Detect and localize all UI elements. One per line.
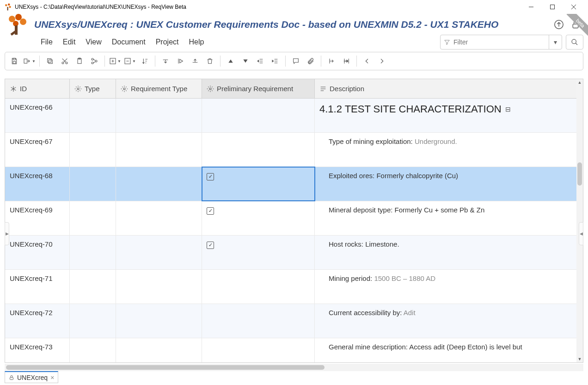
cell-id[interactable]: UNEXcreq-68 <box>5 167 70 201</box>
triangle-up-icon[interactable] <box>224 55 237 68</box>
cell-description[interactable]: General mine description: Access adit (D… <box>315 338 583 362</box>
menu-edit[interactable]: Edit <box>63 38 76 46</box>
table-row[interactable]: UNEXcreq-67Type of mining exploitation: … <box>5 133 583 167</box>
nav-back-icon[interactable] <box>361 55 374 68</box>
delete-icon[interactable] <box>203 55 216 68</box>
cell-prelim[interactable] <box>202 270 315 304</box>
close-button[interactable] <box>563 0 584 14</box>
triangle-down-icon[interactable] <box>239 55 252 68</box>
cell-description[interactable]: 4.1.2 TEST SITE CHARACTERIZATION⊟ <box>315 99 583 132</box>
table-row[interactable]: UNEXcreq-69Mineral deposit type: Formerl… <box>5 201 583 236</box>
filter-dropdown[interactable]: ▾ <box>549 35 562 49</box>
indent-icon[interactable] <box>269 55 282 68</box>
cell-id[interactable]: UNEXcreq-71 <box>5 270 70 304</box>
table-row[interactable]: UNEXcreq-72Current accessibility by: Adi… <box>5 304 583 338</box>
column-id[interactable]: ID <box>5 79 70 98</box>
cell-description[interactable]: Type of mining exploitation: Underground… <box>315 133 583 167</box>
cell-reqtype[interactable] <box>116 133 202 167</box>
attachment-icon[interactable] <box>304 55 317 68</box>
cell-type[interactable] <box>70 338 116 362</box>
minimize-button[interactable] <box>521 0 542 14</box>
cell-id[interactable]: UNEXcreq-70 <box>5 236 70 269</box>
export-icon[interactable]: ▼ <box>23 55 36 68</box>
paste-icon[interactable] <box>73 55 86 68</box>
cell-description[interactable]: Current accessibility by: Adit <box>315 304 583 338</box>
collapse-icon[interactable]: ⊟ <box>505 106 511 113</box>
lock-icon[interactable] <box>570 19 581 30</box>
hscroll-thumb[interactable] <box>6 365 325 370</box>
checkbox-checked-icon[interactable] <box>207 173 214 180</box>
cell-reqtype[interactable] <box>116 236 202 269</box>
goto-end-icon[interactable] <box>340 55 353 68</box>
cell-description[interactable]: Host rocks: Limestone. <box>315 236 583 269</box>
comment-icon[interactable] <box>289 55 302 68</box>
horizontal-scrollbar[interactable] <box>5 364 583 371</box>
copy-icon[interactable] <box>43 55 56 68</box>
cell-description[interactable]: Mining period: 1500 BC – 1880 AD <box>315 270 583 304</box>
cell-type[interactable] <box>70 304 116 338</box>
scroll-down-icon[interactable]: ▼ <box>576 356 583 362</box>
left-panel-handle[interactable]: ▶ <box>5 222 9 245</box>
maximize-button[interactable] <box>542 0 563 14</box>
cell-type[interactable] <box>70 99 116 132</box>
cell-id[interactable]: UNEXcreq-67 <box>5 133 70 167</box>
cell-reqtype[interactable] <box>116 338 202 362</box>
cell-prelim[interactable] <box>202 133 315 167</box>
cell-description[interactable]: Mineral deposit type: Formerly Cu + some… <box>315 201 583 235</box>
add-icon[interactable]: ▼ <box>109 55 122 68</box>
cell-type[interactable] <box>70 201 116 235</box>
move-up-icon[interactable] <box>189 55 202 68</box>
menu-document[interactable]: Document <box>112 38 146 46</box>
cell-prelim[interactable] <box>202 236 315 269</box>
play-icon[interactable] <box>174 55 187 68</box>
remove-icon[interactable]: ▼ <box>123 55 136 68</box>
scroll-thumb[interactable] <box>577 162 582 186</box>
cell-type[interactable] <box>70 167 116 201</box>
search-button[interactable] <box>566 35 583 50</box>
grid-body[interactable]: UNEXcreq-664.1.2 TEST SITE CHARACTERIZAT… <box>5 99 583 362</box>
goto-start-icon[interactable] <box>325 55 338 68</box>
cell-id[interactable]: UNEXcreq-73 <box>5 338 70 362</box>
cell-reqtype[interactable] <box>116 99 202 132</box>
cell-type[interactable] <box>70 133 116 167</box>
scroll-up-icon[interactable]: ▲ <box>576 79 583 86</box>
cell-reqtype[interactable] <box>116 304 202 338</box>
upload-icon[interactable] <box>554 19 564 30</box>
cell-type[interactable] <box>70 270 116 304</box>
cell-prelim[interactable] <box>202 304 315 338</box>
close-icon[interactable]: × <box>50 374 54 381</box>
outdent-icon[interactable] <box>254 55 267 68</box>
cell-type[interactable] <box>70 236 116 269</box>
table-row[interactable]: UNEXcreq-73General mine description: Acc… <box>5 338 583 362</box>
cell-reqtype[interactable] <box>116 270 202 304</box>
cell-prelim[interactable] <box>202 201 315 235</box>
checkbox-checked-icon[interactable] <box>207 242 214 249</box>
column-prelim[interactable]: Preliminary Requirement <box>202 79 315 98</box>
cell-prelim[interactable] <box>202 167 315 201</box>
sort-icon[interactable] <box>138 55 151 68</box>
cell-prelim[interactable] <box>202 99 315 132</box>
column-reqtype[interactable]: Requirement Type <box>116 79 202 98</box>
table-row[interactable]: UNEXcreq-70Host rocks: Limestone. <box>5 236 583 270</box>
move-down-icon[interactable] <box>159 55 172 68</box>
vertical-scrollbar[interactable]: ▲ ▼ <box>576 79 583 362</box>
cell-id[interactable]: UNEXcreq-72 <box>5 304 70 338</box>
menu-help[interactable]: Help <box>189 38 204 46</box>
nav-forward-icon[interactable] <box>375 55 388 68</box>
filter-box[interactable]: ▾ <box>440 35 562 50</box>
column-desc[interactable]: Description <box>315 79 583 98</box>
cell-reqtype[interactable] <box>116 167 202 201</box>
filter-input[interactable] <box>453 38 549 46</box>
right-panel-handle[interactable]: ◀ <box>579 222 583 245</box>
save-icon[interactable] <box>8 55 21 68</box>
table-row[interactable]: UNEXcreq-664.1.2 TEST SITE CHARACTERIZAT… <box>5 99 583 133</box>
document-tab[interactable]: UNEXcreq × <box>5 371 58 383</box>
cell-id[interactable]: UNEXcreq-69 <box>5 201 70 235</box>
checkbox-checked-icon[interactable] <box>207 207 214 215</box>
cell-description[interactable]: Exploited ores: Formerly chalcopyrite (C… <box>315 167 583 201</box>
cell-reqtype[interactable] <box>116 201 202 235</box>
menu-project[interactable]: Project <box>156 38 179 46</box>
cell-id[interactable]: UNEXcreq-66 <box>5 99 70 132</box>
cut-icon[interactable] <box>58 55 71 68</box>
table-row[interactable]: UNEXcreq-71Mining period: 1500 BC – 1880… <box>5 270 583 304</box>
